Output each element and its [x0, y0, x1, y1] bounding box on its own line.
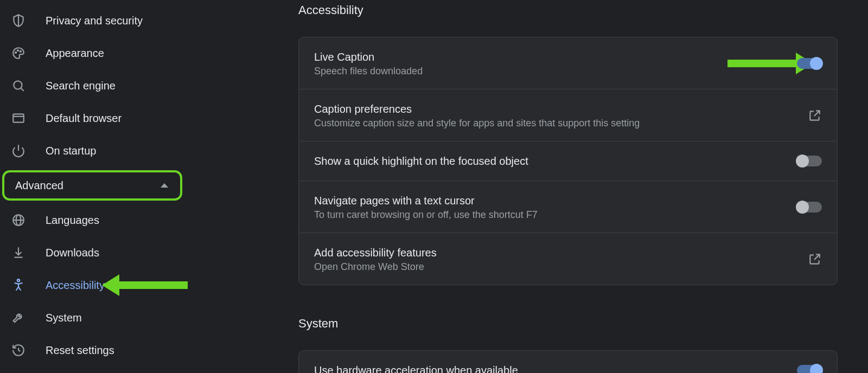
accessibility-icon	[11, 278, 26, 293]
setting-subtitle: To turn caret browsing on or off, use th…	[314, 209, 538, 221]
setting-subtitle: Speech files downloaded	[314, 66, 423, 77]
sidebar-item-label: Appearance	[46, 47, 104, 60]
svg-point-2	[20, 51, 21, 52]
search-icon	[11, 78, 26, 93]
hw-accel-toggle[interactable]	[797, 365, 822, 373]
svg-point-0	[15, 52, 16, 53]
svg-rect-5	[13, 114, 24, 122]
sidebar-advanced-toggle[interactable]: Advanced	[2, 170, 182, 201]
sidebar-item-privacy[interactable]: Privacy and security	[0, 4, 184, 37]
sidebar-item-label: Accessibility	[46, 279, 105, 292]
sidebar-item-label: Default browser	[46, 112, 122, 125]
setting-row-caret-browsing[interactable]: Navigate pages with a text cursor To tur…	[299, 181, 837, 233]
palette-icon	[11, 46, 26, 61]
sidebar-advanced-label: Advanced	[15, 179, 63, 192]
restore-icon	[11, 343, 26, 358]
sidebar-item-system[interactable]: System	[0, 301, 184, 334]
setting-subtitle: Customize caption size and style for app…	[314, 118, 640, 129]
section-heading-system: System	[298, 317, 838, 331]
sidebar-item-appearance[interactable]: Appearance	[0, 37, 184, 69]
setting-row-add-features[interactable]: Add accessibility features Open Chrome W…	[299, 233, 837, 285]
shield-icon	[11, 13, 26, 28]
sidebar-item-startup[interactable]: On startup	[0, 134, 184, 167]
svg-line-4	[21, 88, 23, 91]
setting-row-live-caption[interactable]: Live Caption Speech files downloaded	[299, 37, 837, 89]
annotation-arrow	[117, 281, 188, 289]
setting-subtitle: Open Chrome Web Store	[314, 261, 437, 273]
sidebar-item-search[interactable]: Search engine	[0, 69, 184, 102]
open-external-icon	[808, 108, 822, 123]
sidebar-item-accessibility[interactable]: Accessibility	[0, 269, 184, 301]
svg-point-1	[17, 50, 18, 51]
setting-row-quick-highlight[interactable]: Show a quick highlight on the focused ob…	[299, 141, 837, 181]
setting-title: Live Caption	[314, 49, 423, 65]
annotation-arrow	[727, 60, 798, 67]
accessibility-card: Live Caption Speech files downloaded Cap…	[298, 37, 838, 285]
sidebar-item-label: Languages	[46, 214, 99, 227]
setting-title: Use hardware acceleration when available	[314, 363, 518, 373]
browser-icon	[11, 111, 26, 126]
globe-icon	[11, 213, 26, 228]
sidebar-item-languages[interactable]: Languages	[0, 204, 184, 236]
settings-main: Accessibility Live Caption Speech files …	[184, 0, 868, 373]
setting-row-hw-accel[interactable]: Use hardware acceleration when available	[299, 351, 837, 373]
sidebar-item-label: Search engine	[46, 80, 116, 92]
svg-line-13	[18, 350, 20, 351]
setting-title: Add accessibility features	[314, 245, 437, 260]
sidebar-item-reset[interactable]: Reset settings	[0, 334, 184, 366]
setting-title: Navigate pages with a text cursor	[314, 193, 538, 208]
sidebar-item-label: On startup	[46, 145, 96, 157]
sidebar-item-label: Privacy and security	[46, 15, 143, 27]
setting-row-caption-preferences[interactable]: Caption preferences Customize caption si…	[299, 89, 837, 141]
open-external-icon	[808, 252, 822, 266]
sidebar-item-label: Downloads	[46, 247, 99, 259]
sidebar-item-default-browser[interactable]: Default browser	[0, 102, 184, 134]
download-icon	[11, 245, 26, 260]
sidebar-item-label: System	[46, 312, 82, 324]
settings-sidebar: Privacy and security Appearance Search e…	[0, 0, 184, 373]
sidebar-item-label: Reset settings	[46, 344, 114, 357]
power-icon	[11, 143, 26, 158]
section-heading-accessibility: Accessibility	[298, 3, 838, 17]
wrench-icon	[11, 310, 26, 325]
system-card: Use hardware acceleration when available	[298, 350, 838, 373]
setting-title: Caption preferences	[314, 101, 640, 117]
sidebar-item-downloads[interactable]: Downloads	[0, 236, 184, 269]
setting-title: Show a quick highlight on the focused ob…	[314, 153, 528, 169]
caret-browsing-toggle[interactable]	[797, 202, 822, 213]
quick-highlight-toggle[interactable]	[797, 156, 822, 166]
svg-point-11	[17, 279, 20, 281]
svg-point-3	[14, 81, 22, 89]
chevron-up-icon	[161, 183, 168, 188]
live-caption-toggle[interactable]	[797, 58, 822, 69]
